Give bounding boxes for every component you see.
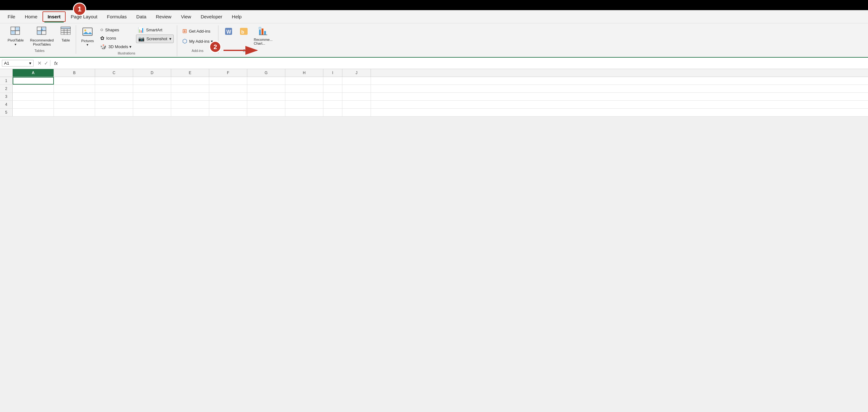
title-bar: 1 [0, 0, 868, 10]
get-addins-button[interactable]: ⊞ Get Add-ins [180, 27, 215, 35]
screenshot-button[interactable]: 📷 Screenshot ▾ [136, 35, 174, 43]
row-num-5: 5 [0, 109, 13, 116]
cell-A5[interactable] [13, 109, 54, 116]
cell-F4[interactable] [209, 101, 247, 108]
col-header-I[interactable]: I [323, 69, 342, 77]
shapes-button[interactable]: ○ Shapes [98, 26, 133, 34]
recommended-pivottables-button[interactable]: ? RecommendedPivotTables [28, 25, 56, 48]
menu-help[interactable]: Help [227, 12, 246, 21]
icons-label: Icons [106, 36, 116, 40]
cell-I2[interactable] [323, 85, 342, 93]
menu-formulas[interactable]: Formulas [102, 12, 131, 21]
cell-A3[interactable] [13, 93, 54, 100]
cell-D5[interactable] [133, 109, 171, 116]
cell-F1[interactable] [209, 77, 247, 84]
cell-G4[interactable] [247, 101, 285, 108]
cancel-icon[interactable]: ✕ [37, 60, 41, 66]
cell-I4[interactable] [323, 101, 342, 108]
step2-badge: 2 [209, 41, 221, 53]
recommended-charts-icon [258, 27, 268, 38]
cell-B1[interactable] [54, 77, 95, 84]
menu-view[interactable]: View [177, 12, 195, 21]
cell-A2[interactable] [13, 85, 54, 93]
col-header-H[interactable]: H [285, 69, 323, 77]
menu-developer[interactable]: Developer [196, 12, 227, 21]
cell-C4[interactable] [95, 101, 133, 108]
cell-D2[interactable] [133, 85, 171, 93]
cell-B2[interactable] [54, 85, 95, 93]
cell-A4[interactable] [13, 101, 54, 108]
col-header-J[interactable]: J [342, 69, 371, 77]
cell-D1[interactable] [133, 77, 171, 84]
cell-H2[interactable] [285, 85, 323, 93]
3d-models-button[interactable]: 🎲 3D Models ▾ [98, 43, 133, 51]
arrow-indicator [223, 44, 261, 58]
cell-A1[interactable] [13, 77, 54, 84]
cell-E2[interactable] [171, 85, 209, 93]
cell-E1[interactable] [171, 77, 209, 84]
cell-H1[interactable] [285, 77, 323, 84]
pictures-button[interactable]: Pictures▾ [79, 25, 96, 48]
confirm-icon[interactable]: ✓ [44, 60, 48, 66]
cell-H3[interactable] [285, 93, 323, 100]
col-header-F[interactable]: F [209, 69, 247, 77]
cell-G3[interactable] [247, 93, 285, 100]
cell-I1[interactable] [323, 77, 342, 84]
cell-E3[interactable] [171, 93, 209, 100]
menu-review[interactable]: Review [152, 12, 176, 21]
row-num-2: 2 [0, 85, 13, 93]
cell-C3[interactable] [95, 93, 133, 100]
cell-F2[interactable] [209, 85, 247, 93]
cell-F5[interactable] [209, 109, 247, 116]
cell-J2[interactable] [342, 85, 371, 93]
tables-group-label: Tables [5, 48, 74, 54]
cell-D3[interactable] [133, 93, 171, 100]
menu-home[interactable]: Home [20, 12, 42, 21]
cell-C5[interactable] [95, 109, 133, 116]
cell-I5[interactable] [323, 109, 342, 116]
cell-B5[interactable] [54, 109, 95, 116]
cell-I3[interactable] [323, 93, 342, 100]
table-button[interactable]: Table [57, 25, 74, 44]
col-header-G[interactable]: G [247, 69, 285, 77]
pivot-table-button[interactable]: ↑ ↓ PivotTable▾ [5, 25, 26, 48]
cell-F3[interactable] [209, 93, 247, 100]
cell-C1[interactable] [95, 77, 133, 84]
illustrations-buttons: Pictures▾ ○ Shapes ✿ Icons [79, 25, 174, 51]
office-word-button[interactable]: W [222, 25, 236, 40]
bing-button[interactable]: b [237, 25, 251, 40]
cell-G2[interactable] [247, 85, 285, 93]
cell-J5[interactable] [342, 109, 371, 116]
cell-J3[interactable] [342, 93, 371, 100]
cell-D4[interactable] [133, 101, 171, 108]
icons-button[interactable]: ✿ Icons [98, 34, 133, 42]
menu-file[interactable]: File [3, 12, 20, 21]
cell-H4[interactable] [285, 101, 323, 108]
cell-C2[interactable] [95, 85, 133, 93]
cell-G1[interactable] [247, 77, 285, 84]
menu-data[interactable]: Data [132, 12, 151, 21]
cell-B3[interactable] [54, 93, 95, 100]
col-header-D[interactable]: D [133, 69, 171, 77]
name-box[interactable]: A1 ▾ [2, 60, 34, 67]
cell-E5[interactable] [171, 109, 209, 116]
recommended-charts-button[interactable]: Recomme...Chart... [252, 25, 275, 46]
3d-models-icon: 🎲 [100, 44, 106, 50]
smartart-button[interactable]: 📊 SmartArt [136, 26, 174, 34]
col-header-B[interactable]: B [54, 69, 95, 77]
col-header-E[interactable]: E [171, 69, 209, 77]
cell-H5[interactable] [285, 109, 323, 116]
cell-E4[interactable] [171, 101, 209, 108]
col-header-C[interactable]: C [95, 69, 133, 77]
illustrations-group-label: Illustrations [79, 51, 174, 56]
svg-rect-32 [264, 31, 266, 35]
menu-insert[interactable]: Insert [42, 11, 66, 22]
cell-J4[interactable] [342, 101, 371, 108]
cell-J1[interactable] [342, 77, 371, 84]
table-row: 2 [0, 85, 868, 93]
table-row: 1 [0, 77, 868, 85]
cell-B4[interactable] [54, 101, 95, 108]
cell-G5[interactable] [247, 109, 285, 116]
col-header-A[interactable]: A [13, 69, 54, 77]
name-box-value: A1 [4, 61, 9, 66]
